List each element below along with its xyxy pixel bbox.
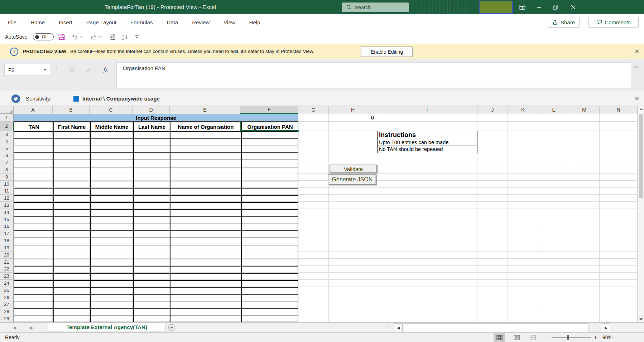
column-header-E[interactable]: E <box>170 106 240 114</box>
row-header-17[interactable]: 17 <box>0 230 14 237</box>
name-box[interactable]: F2 <box>4 64 50 76</box>
column-header-H[interactable]: H <box>329 106 377 114</box>
column-header-L[interactable]: L <box>538 106 569 114</box>
undo-button[interactable] <box>72 30 78 44</box>
row-header-21[interactable]: 21 <box>0 259 14 266</box>
row-header-5[interactable]: 5 <box>0 145 14 152</box>
sort-az-button[interactable]: AZ <box>122 30 128 44</box>
column-header-G[interactable]: G <box>298 106 329 114</box>
column-header-M[interactable]: M <box>569 106 600 114</box>
customize-qat-button[interactable] <box>135 30 139 44</box>
table-header-cell-3[interactable]: Middle Name <box>90 122 133 131</box>
redo-dropdown-chevron-icon[interactable] <box>98 30 101 44</box>
row-header-6[interactable]: 6 <box>0 152 14 159</box>
ribbon-tab-formulas[interactable]: Formulas <box>130 19 153 25</box>
column-header-I[interactable]: I <box>377 106 477 114</box>
row-header-15[interactable]: 15 <box>0 216 14 223</box>
new-sheet-button[interactable]: + <box>168 324 175 331</box>
vertical-scrollbar-thumb[interactable] <box>639 114 643 198</box>
fx-icon[interactable]: fx <box>100 64 112 76</box>
row-header-19[interactable]: 19 <box>0 244 14 251</box>
sheet-nav-left-icon[interactable]: ◀ <box>13 325 16 330</box>
page-break-view-button[interactable] <box>527 333 539 342</box>
row-header-23[interactable]: 23 <box>0 273 14 280</box>
ribbon-tab-view[interactable]: View <box>224 19 235 25</box>
name-box-dropdown-chevron-icon[interactable] <box>44 69 47 71</box>
column-header-J[interactable]: J <box>477 106 508 114</box>
row-header-9[interactable]: 9 <box>0 174 14 181</box>
ribbon-tab-insert[interactable]: Insert <box>59 19 72 25</box>
save-button[interactable] <box>58 30 65 44</box>
hscroll-right-button[interactable]: ▶ <box>602 323 610 332</box>
row-header-26[interactable]: 26 <box>0 294 14 301</box>
autosave-toggle[interactable]: Off <box>33 33 54 40</box>
zoom-slider[interactable] <box>552 337 591 338</box>
column-header-A[interactable]: A <box>14 106 53 114</box>
row-header-1[interactable]: 1 <box>0 114 14 122</box>
ribbon-tab-help[interactable]: Help <box>249 19 260 25</box>
selected-cell-outline[interactable] <box>240 122 298 131</box>
row-header-2[interactable]: 2 <box>0 122 14 131</box>
column-header-N[interactable]: N <box>600 106 638 114</box>
validate-button[interactable]: Validate <box>330 165 377 173</box>
undo-dropdown-chevron-icon[interactable] <box>80 30 83 44</box>
column-header-K[interactable]: K <box>508 106 538 114</box>
row-header-4[interactable]: 4 <box>0 138 14 145</box>
share-button[interactable]: Share <box>548 17 580 28</box>
row-header-25[interactable]: 25 <box>0 287 14 294</box>
row-header-24[interactable]: 24 <box>0 280 14 287</box>
row-header-11[interactable]: 11 <box>0 188 14 195</box>
column-header-C[interactable]: C <box>90 106 133 114</box>
scroll-up-icon[interactable] <box>639 108 643 110</box>
formula-input[interactable]: Organisation PAN <box>116 62 631 88</box>
row-header-8[interactable]: 8 <box>0 166 14 174</box>
cell-H1[interactable]: 0 <box>329 114 376 122</box>
ribbon-tab-review[interactable]: Review <box>192 19 210 25</box>
tab-scroll-splitter[interactable]: ⋮ <box>385 324 390 326</box>
ribbon-tab-home[interactable]: Home <box>30 19 45 25</box>
normal-view-button[interactable] <box>494 333 505 342</box>
column-header-B[interactable]: B <box>53 106 90 114</box>
instructions-title-cell[interactable]: Instructions <box>377 131 477 139</box>
search-input[interactable]: Search <box>342 3 409 12</box>
row-header-16[interactable]: 16 <box>0 223 14 230</box>
page-layout-view-button[interactable] <box>511 333 522 342</box>
ribbon-display-options-button[interactable] <box>514 0 530 14</box>
zoom-percentage[interactable]: 90% <box>602 333 612 342</box>
instructions-line-2[interactable]: No TAN should be repeated <box>377 146 477 153</box>
table-header-cell-1[interactable]: TAN <box>14 122 53 131</box>
row-header-27[interactable]: 27 <box>0 301 14 308</box>
instructions-line-1[interactable]: Upto 100 entries can be made <box>377 139 477 146</box>
restore-button[interactable] <box>548 0 563 14</box>
enable-editing-button[interactable]: Enable Editing <box>361 47 413 57</box>
sensitivity-close-icon[interactable]: ✕ <box>635 96 639 101</box>
zoom-in-button[interactable]: + <box>594 333 597 342</box>
table-header-cell-2[interactable]: First Name <box>53 122 90 131</box>
table-header-cell-4[interactable]: Last Name <box>133 122 170 131</box>
row-header-13[interactable]: 13 <box>0 202 14 209</box>
ribbon-tab-file[interactable]: File <box>8 19 16 25</box>
row-header-3[interactable]: 3 <box>0 131 14 138</box>
fill-handle[interactable] <box>297 130 299 132</box>
zoom-out-button[interactable]: − <box>544 333 547 342</box>
print-preview-button[interactable] <box>110 30 116 44</box>
row-header-29[interactable]: 29 <box>0 315 14 322</box>
row-header-28[interactable]: 28 <box>0 308 14 315</box>
table-header-cell-5[interactable]: Name of Organisation <box>170 122 241 131</box>
select-all-corner[interactable] <box>0 106 14 114</box>
row-header-10[interactable]: 10 <box>0 181 14 188</box>
ribbon-tab-data[interactable]: Data <box>167 19 178 25</box>
collapse-formula-bar-icon[interactable] <box>634 66 638 69</box>
scroll-down-icon[interactable] <box>639 318 643 321</box>
column-header-F[interactable]: F <box>240 106 298 114</box>
row-header-18[interactable]: 18 <box>0 237 14 244</box>
row-header-22[interactable]: 22 <box>0 266 14 273</box>
merged-title-cell[interactable]: Input Response <box>14 114 298 122</box>
ribbon-tab-page-layout[interactable]: Page Layout <box>86 19 116 25</box>
vertical-scrollbar[interactable] <box>638 106 644 322</box>
comments-button[interactable]: Comments <box>588 17 639 28</box>
hscroll-left-button[interactable]: ◀ <box>394 323 403 332</box>
generate-json-button[interactable]: Generate JSON <box>328 174 376 185</box>
minimize-button[interactable] <box>531 0 547 14</box>
close-button[interactable] <box>565 0 581 14</box>
